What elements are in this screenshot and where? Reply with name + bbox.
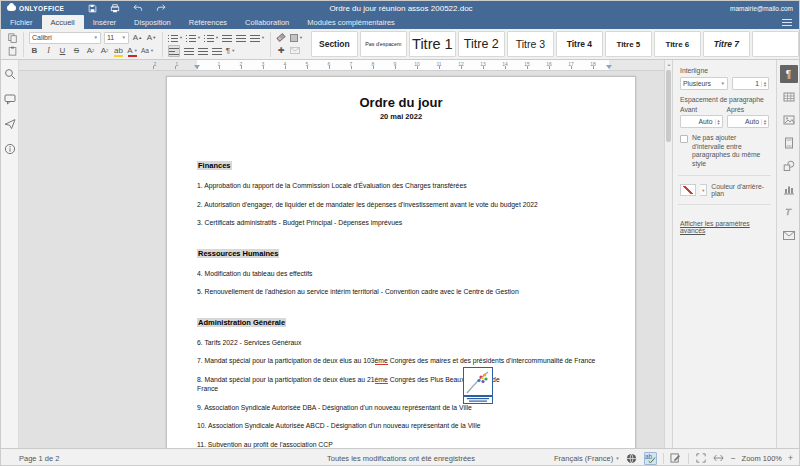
change-case-button[interactable]: Aa▼ bbox=[141, 45, 154, 57]
agenda-item: 2. Autorisation d'engager, de liquider e… bbox=[197, 200, 605, 210]
plus-beaux-detours-logo[interactable] bbox=[463, 367, 493, 404]
redo-icon[interactable] bbox=[155, 3, 167, 13]
image-settings-icon[interactable] bbox=[780, 111, 798, 129]
italic-button[interactable]: I bbox=[43, 45, 54, 57]
header-footer-settings-icon[interactable] bbox=[780, 134, 798, 152]
line-spacing-select[interactable]: Plusieurs▼ bbox=[680, 77, 728, 90]
document-canvas[interactable]: Ordre du jour 20 mai 2022 Finances1. App… bbox=[19, 71, 664, 448]
mail-merge-button[interactable] bbox=[290, 45, 301, 57]
view-settings-icon[interactable] bbox=[782, 19, 792, 26]
subscript-button[interactable]: A2 bbox=[99, 45, 110, 57]
spacing-after-spinner[interactable]: Auto▲▼ bbox=[727, 115, 770, 128]
align-right-button[interactable] bbox=[197, 45, 208, 57]
style-titre-5[interactable]: Titre 5 bbox=[605, 31, 652, 57]
background-color-swatch[interactable] bbox=[680, 184, 696, 196]
save-icon[interactable] bbox=[86, 3, 98, 13]
bullet-list-button[interactable]: ▼ bbox=[168, 32, 183, 44]
undo-icon[interactable] bbox=[132, 3, 144, 13]
paragraph-spacing-label: Espacement de paragraphe bbox=[680, 96, 769, 103]
align-center-button[interactable] bbox=[183, 45, 194, 57]
spell-check-icon[interactable]: ab bbox=[644, 452, 657, 465]
document-page[interactable]: Ordre du jour 20 mai 2022 Finances1. App… bbox=[166, 76, 636, 448]
increase-indent-button[interactable] bbox=[236, 32, 247, 44]
decrease-font-size-button[interactable]: A▼ bbox=[146, 32, 157, 44]
bold-button[interactable]: B bbox=[29, 45, 40, 57]
multilevel-list-button[interactable]: ▼ bbox=[204, 32, 219, 44]
zoom-out-button[interactable]: − bbox=[731, 453, 736, 463]
paste-button[interactable] bbox=[7, 45, 18, 57]
ruler-number: 12 bbox=[458, 61, 464, 67]
scrollbar-thumb[interactable] bbox=[666, 70, 671, 142]
tab-references[interactable]: Références bbox=[180, 15, 236, 29]
style-empty-slot[interactable] bbox=[752, 31, 799, 57]
set-language-icon[interactable] bbox=[626, 452, 638, 465]
shape-settings-icon[interactable] bbox=[780, 157, 798, 175]
zoom-in-button[interactable]: + bbox=[788, 453, 793, 463]
superscript-button[interactable]: A2 bbox=[85, 45, 96, 57]
font-size-select[interactable]: 11▼ bbox=[104, 32, 129, 44]
decrease-indent-button[interactable] bbox=[222, 32, 233, 44]
fit-page-icon[interactable] bbox=[695, 452, 707, 465]
style-section[interactable]: Section bbox=[311, 31, 358, 57]
highlight-color-button[interactable]: ab bbox=[113, 45, 124, 57]
nonprinting-characters-button[interactable]: ¶▼ bbox=[225, 45, 236, 57]
left-indent-marker[interactable] bbox=[194, 65, 200, 69]
chart-settings-icon[interactable] bbox=[780, 180, 798, 198]
section-heading-row: Administration Générale bbox=[197, 311, 605, 329]
clear-style-button[interactable] bbox=[276, 32, 287, 44]
zoom-level-indicator[interactable]: Zoom 100% bbox=[742, 454, 782, 463]
text-art-settings-icon[interactable]: T bbox=[780, 203, 798, 221]
document-language-select[interactable]: Français (France)▼ bbox=[554, 454, 620, 463]
style-titre-6[interactable]: Titre 6 bbox=[654, 31, 701, 57]
right-indent-marker[interactable] bbox=[606, 65, 612, 69]
numbered-list-button[interactable]: ▼ bbox=[186, 32, 201, 44]
print-icon[interactable] bbox=[109, 3, 121, 13]
copy-style-button[interactable]: ✚ bbox=[276, 45, 287, 57]
horizontal-ruler[interactable]: 21123456789101112131415161718 bbox=[19, 60, 664, 71]
underline-button[interactable]: U bbox=[57, 45, 68, 57]
increase-font-size-button[interactable]: A▲ bbox=[132, 32, 143, 44]
style-pas-d-espacem[interactable]: Pas d'espacem bbox=[360, 31, 407, 57]
no-interval-checkbox[interactable] bbox=[680, 135, 688, 143]
tab-disposition[interactable]: Disposition bbox=[125, 15, 180, 29]
search-icon[interactable] bbox=[3, 67, 16, 80]
strikethrough-button[interactable]: S bbox=[71, 45, 82, 57]
font-group: Calibri▼ 11▼ A▲ A▼ B I U S A2 A2 ab A▼ A… bbox=[27, 31, 159, 58]
svg-text:T: T bbox=[785, 207, 792, 217]
line-spacing-value-spinner[interactable]: 1▲▼ bbox=[732, 77, 769, 90]
spacing-before-spinner[interactable]: Auto▲▼ bbox=[680, 115, 723, 128]
tab-accueil[interactable]: Accueil bbox=[42, 15, 84, 29]
feedback-icon[interactable] bbox=[3, 117, 16, 130]
tab-modules-complementaires[interactable]: Modules complémentaires bbox=[298, 15, 404, 29]
tab-collaboration[interactable]: Collaboration bbox=[236, 15, 298, 29]
style-titre-4[interactable]: Titre 4 bbox=[556, 31, 603, 57]
vertical-scrollbar[interactable]: ▲ bbox=[664, 60, 672, 448]
font-color-button[interactable]: A▼ bbox=[127, 45, 138, 57]
table-settings-icon[interactable] bbox=[780, 88, 798, 106]
page-number-indicator[interactable]: Page 1 de 2 bbox=[19, 454, 59, 463]
mail-merge-icon[interactable] bbox=[780, 226, 798, 244]
fit-width-icon[interactable] bbox=[713, 452, 725, 465]
justify-button[interactable] bbox=[211, 45, 222, 57]
style-titre-7[interactable]: Titre 7 bbox=[703, 31, 750, 57]
line-spacing-button[interactable]: ▼ bbox=[250, 32, 265, 44]
style-titre-1[interactable]: Titre 1 bbox=[409, 31, 456, 57]
scroll-up-icon[interactable]: ▲ bbox=[666, 61, 672, 68]
about-icon[interactable] bbox=[3, 142, 16, 155]
align-left-button[interactable] bbox=[168, 45, 180, 57]
font-name-select[interactable]: Calibri▼ bbox=[29, 32, 101, 44]
advanced-settings-link[interactable]: Afficher les paramètres avancés bbox=[680, 220, 769, 234]
track-changes-icon[interactable] bbox=[670, 452, 682, 465]
no-interval-checkbox-row[interactable]: Ne pas ajouter d'intervalle entre paragr… bbox=[680, 134, 769, 168]
tab-fichier[interactable]: Fichier bbox=[1, 15, 42, 29]
paragraph-settings-icon[interactable]: ¶ bbox=[780, 65, 798, 83]
user-account[interactable]: mamairie@mailo.com bbox=[730, 5, 800, 12]
copy-button[interactable] bbox=[7, 32, 18, 44]
tab-inserer[interactable]: Insérer bbox=[84, 15, 125, 29]
comments-icon[interactable] bbox=[3, 92, 16, 105]
section-heading: Administration Générale bbox=[197, 318, 286, 327]
paragraph-shading-button[interactable]: ▼ bbox=[290, 32, 303, 44]
style-titre-3[interactable]: Titre 3 bbox=[507, 31, 554, 57]
style-titre-2[interactable]: Titre 2 bbox=[458, 31, 505, 57]
background-color-dropdown-icon[interactable]: ▼ bbox=[700, 184, 707, 196]
